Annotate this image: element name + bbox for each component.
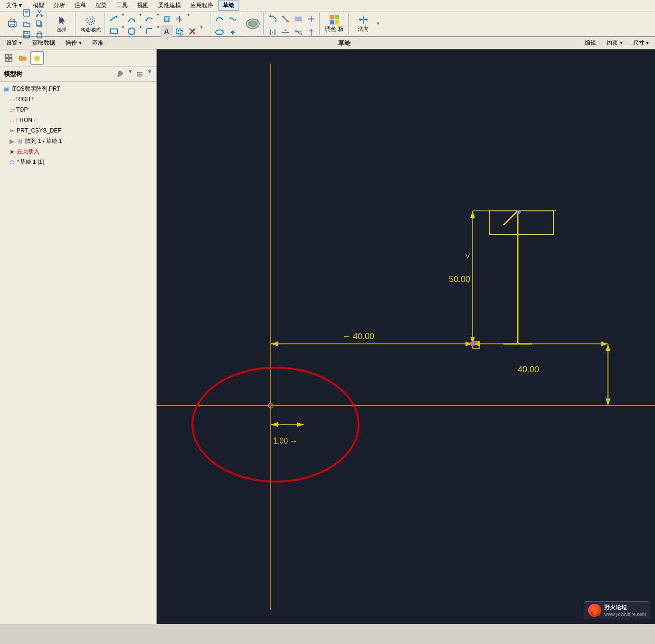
delete-dropdown[interactable]: ▼	[199, 25, 203, 38]
datum-button[interactable]: 基准	[88, 38, 108, 48]
svg-point-18	[87, 17, 95, 24]
panel-tab-folder[interactable]	[16, 51, 29, 65]
arc-dropdown[interactable]: ▼	[139, 13, 142, 25]
select-button[interactable]: 选择	[50, 14, 74, 34]
plane-icon-right: ▱	[9, 96, 14, 103]
dim-tool4[interactable]	[305, 26, 317, 38]
menu-apps[interactable]: 应用程序	[186, 0, 218, 11]
constraint-button[interactable]: 约束 ▾	[602, 38, 627, 48]
circle-tool[interactable]	[125, 25, 138, 38]
tree-item-top[interactable]: ▱ TOP	[0, 104, 156, 115]
model-tree-content: ▣ ITOS数字阵列.PRT ▱ RIGHT ▱ TOP ▱ FRONT ✂ P…	[0, 82, 156, 624]
rect-tool[interactable]	[108, 25, 120, 38]
wave-tool[interactable]	[227, 13, 239, 25]
constraint4-icon	[306, 14, 316, 24]
tree-item-insert[interactable]: ➤ 在此插入	[0, 146, 156, 157]
watermark-text-group: 野火论坛 www.yowhitfire.com	[604, 604, 646, 617]
constraint-tool4[interactable]	[305, 13, 317, 25]
action-bar: 设置 ▾ 获取数据 操作 ▾ 基准 草绘 编辑 约束 ▾ 尺寸 ▾	[0, 37, 655, 49]
get-data-button[interactable]: 获取数据	[28, 38, 59, 48]
delete-tool[interactable]	[186, 25, 199, 38]
folder-icon	[19, 54, 27, 62]
line-dropdown[interactable]: ▼	[121, 13, 125, 25]
tree-item-csys[interactable]: ✂ PRT_CSYS_DEF	[0, 125, 156, 136]
print-icon	[7, 18, 18, 29]
menu-flexible[interactable]: 柔性建模	[154, 0, 185, 11]
new-button[interactable]	[21, 8, 32, 18]
trim-tool[interactable]	[173, 13, 186, 25]
fillet-dropdown[interactable]: ▼	[156, 25, 160, 38]
dim-tool2[interactable]: =	[279, 26, 292, 38]
sketch-tools-row1: ▼ ▼ ▼	[108, 13, 190, 25]
svg-rect-27	[176, 29, 181, 34]
constraint-row1	[266, 13, 317, 25]
svg-text:← 40.00: ← 40.00	[342, 331, 374, 341]
svg-point-31	[216, 30, 223, 35]
rect-icon	[109, 27, 119, 36]
svg-point-102	[517, 210, 521, 214]
text-icon: A	[164, 28, 169, 35]
oval-shape-button[interactable]	[244, 14, 261, 34]
svg-marker-61	[366, 18, 368, 20]
ellipse-tool[interactable]	[213, 26, 226, 38]
offset-tool[interactable]	[161, 13, 173, 25]
constraint-tool2[interactable]	[279, 13, 292, 25]
menu-annotation[interactable]: 注释	[70, 0, 90, 11]
direction-button[interactable]: 法向	[351, 14, 375, 34]
tree-item-right[interactable]: ▱ RIGHT	[0, 94, 156, 104]
tree-item-front[interactable]: ▱ FRONT	[0, 115, 156, 125]
dim-tool3[interactable]	[292, 26, 304, 38]
panel-tab-star[interactable]	[30, 51, 44, 65]
curve-tool[interactable]	[143, 13, 155, 25]
open-button[interactable]	[21, 19, 32, 29]
construct-mode-button[interactable]: 构造 模式	[79, 14, 103, 34]
tree-settings-button[interactable]	[115, 69, 125, 79]
tree-settings-dropdown[interactable]: ▼	[128, 69, 133, 79]
spline-icon	[215, 14, 224, 24]
rect-dropdown[interactable]: ▼	[121, 25, 125, 38]
constraint-tool1[interactable]	[266, 13, 279, 25]
cut-button[interactable]	[34, 8, 45, 18]
edit-button[interactable]: 编辑	[580, 38, 600, 48]
point-tool[interactable]	[227, 26, 239, 38]
settings-button[interactable]: 设置 ▾	[2, 38, 26, 48]
direction-dropdown[interactable]: ▼	[376, 21, 380, 26]
tree-list-dropdown[interactable]: ▼	[147, 69, 152, 79]
fillet-tool[interactable]	[143, 25, 155, 38]
circle-dropdown[interactable]: ▼	[139, 25, 142, 38]
menu-tools[interactable]: 工具	[112, 0, 132, 11]
tree-item-sketch1[interactable]: ⊙ * 草绘 1 [1]	[0, 157, 156, 167]
svg-rect-57	[335, 15, 339, 19]
text-tool[interactable]: A	[161, 25, 173, 38]
dim-tool1[interactable]: +	[266, 26, 279, 38]
select-icon	[55, 15, 68, 26]
curve-dropdown[interactable]: ▼	[156, 13, 160, 25]
menu-render[interactable]: 渲染	[91, 0, 111, 11]
print-button[interactable]	[4, 14, 21, 34]
trim-dropdown[interactable]: ▼	[187, 13, 190, 25]
copy-ent-tool[interactable]	[173, 25, 186, 38]
menu-analysis[interactable]: 分析	[49, 0, 69, 11]
svg-rect-3	[14, 22, 15, 23]
copy-button[interactable]	[34, 19, 45, 29]
color-palette-button[interactable]: 调色 板	[323, 14, 346, 34]
constraint-tool3[interactable]	[292, 13, 304, 25]
operation-button[interactable]: 操作 ▾	[61, 38, 85, 48]
panel-tab-grid[interactable]	[2, 51, 15, 65]
model-tree-controls: ▼ ▼	[115, 69, 152, 79]
menu-sketch[interactable]: 草绘	[218, 0, 238, 11]
csys-icon: ✂	[9, 127, 15, 134]
spline-row2	[213, 26, 239, 38]
menu-view[interactable]: 视图	[133, 0, 153, 11]
tree-list-button[interactable]	[134, 69, 145, 79]
watermark-logo	[588, 604, 601, 617]
dimension-button[interactable]: 尺寸 ▾	[629, 38, 653, 48]
arc-tool[interactable]	[125, 13, 138, 25]
svg-text:+: +	[272, 31, 274, 34]
construct-mode-icon	[84, 15, 97, 26]
tree-item-array[interactable]: ▶ ⊞ 阵列 1 / 草绘 1	[0, 136, 156, 146]
svg-rect-65	[9, 55, 12, 57]
line-tool[interactable]	[108, 13, 120, 25]
tree-item-root[interactable]: ▣ ITOS数字阵列.PRT	[0, 84, 156, 94]
spline-tool[interactable]	[213, 13, 226, 25]
